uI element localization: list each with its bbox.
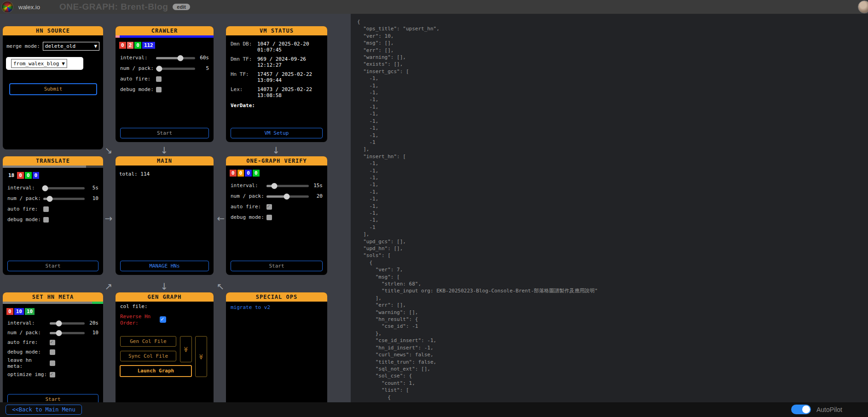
set-hn-meta-count-badges: 0 10 10 xyxy=(3,304,103,315)
reverse-hn-order-checkbox[interactable] xyxy=(160,316,166,323)
vm-row-label: Hn TF: xyxy=(231,71,257,83)
json-output-panel[interactable]: { "ops_title": "upsert_hn", "ver": 10, "… xyxy=(351,14,868,417)
autofire-label: auto fire: xyxy=(7,206,43,212)
page-title: ONE-GRAPH: Brent-Blog xyxy=(59,2,168,12)
interval-slider[interactable] xyxy=(50,320,85,326)
vm-status-card: VM STATUS Dmn DB: 1047 / 2025-02-20 01:0… xyxy=(226,26,327,142)
numpack-slider[interactable] xyxy=(266,193,309,200)
migrate-to-v2-link[interactable]: migrate to v2 xyxy=(231,304,270,310)
autofire-checkbox[interactable] xyxy=(43,206,49,212)
count-badge: 0 xyxy=(230,170,237,177)
vm-row-label: Dmn DB: xyxy=(231,41,257,53)
optimize-img-label: optimize img: xyxy=(7,371,50,377)
col-file-label: col file: xyxy=(120,303,148,309)
interval-slider[interactable] xyxy=(43,185,85,191)
vm-setup-button[interactable]: VM Setup xyxy=(231,128,323,138)
translate-count-badges: 18 0 0 0 xyxy=(3,168,103,179)
count-badge: 10 xyxy=(25,308,35,315)
vm-row-label: Dmn TF: xyxy=(231,56,257,68)
walex-logo-icon[interactable] xyxy=(2,1,13,12)
merge-mode-label: merge mode: xyxy=(6,43,40,49)
translate-card: TRANSLATE 18 0 0 0 interval: 5s num / pa… xyxy=(3,156,103,275)
numpack-label: num / pack: xyxy=(231,193,266,199)
numpack-value: 20 xyxy=(309,193,323,199)
main-title: MAIN xyxy=(116,156,214,166)
autofire-checkbox[interactable] xyxy=(266,204,272,210)
leave-hn-meta-checkbox[interactable] xyxy=(50,360,55,366)
count-badge: 0 xyxy=(33,172,40,179)
arrow-down-right-icon: ↘ xyxy=(105,145,113,156)
numpack-slider[interactable] xyxy=(156,65,195,72)
count-badge: 0 xyxy=(17,172,24,179)
debug-label: debug mode: xyxy=(231,214,266,220)
count-badge: 18 xyxy=(6,172,16,179)
hn-source-title: HN SOURCE xyxy=(3,26,103,35)
autofire-checkbox[interactable] xyxy=(156,76,162,82)
manage-hns-button[interactable]: MANAGE HNs xyxy=(120,261,209,271)
numpack-slider[interactable] xyxy=(43,195,85,202)
json-output-text: { "ops_title": "upsert_hn", "ver": 10, "… xyxy=(351,14,868,408)
autopilot-toggle[interactable] xyxy=(791,405,811,414)
arrow-left-icon: ← xyxy=(217,213,225,224)
user-avatar[interactable] xyxy=(858,0,868,13)
interval-slider[interactable] xyxy=(156,55,195,61)
main-area: HN SOURCE merge mode: delete_old ▼ from_… xyxy=(0,14,868,417)
bottom-bar: <<Back to Main Menu AutoPilot xyxy=(0,402,868,417)
count-badge: 0 xyxy=(253,170,260,177)
optimize-img-checkbox[interactable] xyxy=(50,372,55,377)
count-badge: 2 xyxy=(127,42,134,49)
set-hn-meta-card: SET HN META 0 10 10 interval: 20s num / … xyxy=(3,292,103,406)
autofire-label: auto fire: xyxy=(231,204,266,210)
topbar: walex.io ONE-GRAPH: Brent-Blog edit xyxy=(0,0,868,14)
interval-label: interval: xyxy=(7,185,43,191)
launch-graph-button[interactable]: Launch Graph xyxy=(120,365,192,377)
gen-col-file-button[interactable]: Gen Col File xyxy=(120,336,176,347)
edit-badge[interactable]: edit xyxy=(173,4,190,10)
vm-status-title: VM STATUS xyxy=(226,26,327,35)
arrow-right-icon: → xyxy=(105,213,113,224)
sync-col-file-button[interactable]: Sync Col File xyxy=(120,351,176,361)
blog-select-container: from_walex_blog ▼ xyxy=(6,57,83,70)
interval-slider[interactable] xyxy=(266,183,309,189)
count-badge: 0 xyxy=(245,170,252,177)
count-badge: 0 xyxy=(25,172,32,179)
crawler-start-button[interactable]: Start xyxy=(120,128,209,138)
count-badge: 10 xyxy=(14,308,24,315)
arrow-up-left-icon: ↖ xyxy=(217,281,225,292)
merge-mode-select[interactable]: delete_old ▼ xyxy=(43,42,99,51)
verify-start-button[interactable]: Start xyxy=(231,261,323,271)
count-badge: 112 xyxy=(142,42,155,49)
chevron-down-button[interactable]: ≫ xyxy=(180,336,192,362)
numpack-value: 10 xyxy=(85,195,98,201)
numpack-slider[interactable] xyxy=(50,330,85,336)
debug-label: debug mode: xyxy=(120,86,156,92)
gen-graph-card: GEN GRAPH col file: Reverse Hn Order: Ge… xyxy=(116,292,214,406)
submit-button[interactable]: Submit xyxy=(9,83,97,95)
debug-checkbox[interactable] xyxy=(50,349,55,355)
translate-progress-bar xyxy=(3,166,103,168)
numpack-value: 5 xyxy=(195,65,209,71)
numpack-value: 10 xyxy=(85,330,98,336)
verify-count-badges: 0 0 0 0 xyxy=(226,166,327,177)
debug-checkbox[interactable] xyxy=(266,215,272,220)
interval-label: interval: xyxy=(7,320,50,326)
numpack-label: num / pack: xyxy=(7,330,50,336)
blog-source-select[interactable]: from_walex_blog ▼ xyxy=(11,59,67,68)
arrow-up-right-icon: ↗ xyxy=(105,281,113,292)
numpack-label: num / pack: xyxy=(120,65,156,71)
interval-value: 15s xyxy=(309,183,323,189)
debug-checkbox[interactable] xyxy=(156,87,162,92)
special-ops-card: SPECIAL OPS migrate to v2 xyxy=(226,292,327,406)
interval-value: 20s xyxy=(85,320,98,326)
back-to-main-menu-button[interactable]: <<Back to Main Menu xyxy=(6,405,82,415)
autofire-checkbox[interactable] xyxy=(50,340,55,345)
chevron-down-button[interactable]: ≫ xyxy=(195,336,207,377)
verify-card: ONE-GRAPH VERIFY 0 0 0 0 interval: 15s n… xyxy=(226,156,327,275)
arrow-down-icon: ↓ xyxy=(272,145,280,156)
debug-checkbox[interactable] xyxy=(43,217,49,223)
vm-row-value: 1047 / 2025-02-20 01:07:45 xyxy=(257,41,323,53)
interval-label: interval: xyxy=(231,183,266,189)
translate-start-button[interactable]: Start xyxy=(7,261,98,271)
count-badge: 0 xyxy=(119,42,126,49)
debug-label: debug mode: xyxy=(7,217,43,223)
